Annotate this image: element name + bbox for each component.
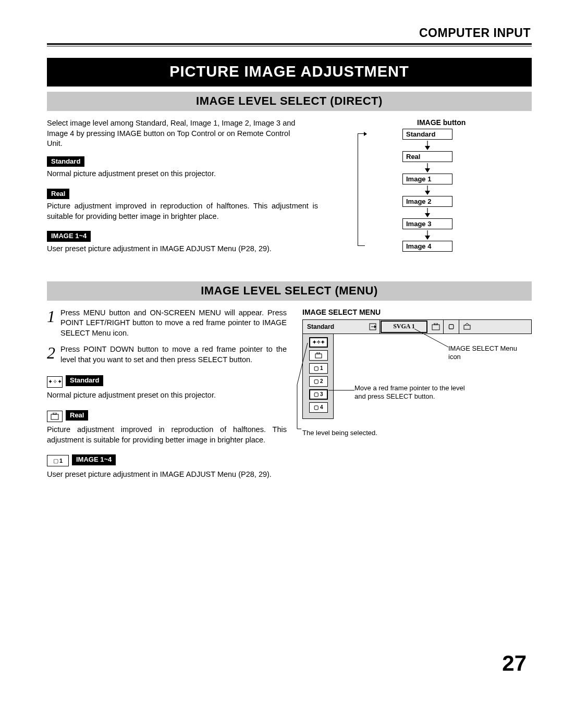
osd-title: IMAGE SELECT MENU [302,308,532,316]
svg-marker-5 [425,191,430,195]
callout-icon: IMAGE SELECT Menu icon [448,344,527,362]
svg-marker-1 [425,146,430,150]
osd-item-real [309,350,328,361]
section-header: COMPUTER INPUT [47,26,532,43]
svg-marker-7 [425,213,430,217]
menu-tag-standard: Standard [66,375,103,386]
callout-selected: The level being selected. [302,429,417,437]
desc-image14: User preset picture adjustment in IMAGE … [47,244,318,254]
osd-label: Standard [303,320,365,334]
svg-rect-16 [434,323,437,325]
real-icon [47,411,63,422]
tag-standard: Standard [47,156,84,167]
osd-diagram: Standard SVGA 1 ▢ ✦✧✦ [302,319,532,419]
tag-image14: IMAGE 1~4 [47,231,91,242]
flow-real: Real [402,151,452,162]
osd-item-4: ▢ 4 [309,402,328,413]
image-button-title: IMAGE button [417,118,532,127]
header-rule [47,43,532,46]
flow-image1: Image 1 [402,174,452,184]
flow-standard: Standard [402,129,452,140]
callout-move: Move a red frame pointer to the level an… [354,384,474,401]
standard-icon: ✦✧✦ [47,376,63,388]
step-2-text: Press POINT DOWN button to move a red fr… [60,344,287,365]
svg-rect-18 [315,354,322,358]
step-1-num: 1 [47,308,55,325]
svg-rect-11 [53,413,56,414]
menu-desc-standard: Normal picture adjustment preset on this… [47,390,287,401]
flow-image3: Image 3 [402,218,452,229]
image14-icon: ▢ 1 [47,455,69,466]
svg-rect-10 [51,414,58,419]
desc-standard: Normal picture adjustment preset on this… [47,169,318,179]
direct-intro: Select image level among Standard, Real,… [47,118,308,149]
menu-tag-real: Real [66,410,88,421]
image-button-flow: Standard Real Image 1 Image 2 Image 3 Im… [366,129,532,252]
page-title: PICTURE IMAGE ADJUSTMENT [47,58,532,87]
osd-item-1: ▢ 1 [309,363,328,374]
flow-image4: Image 4 [402,241,452,252]
menu-tag-image14: IMAGE 1~4 [72,454,116,465]
menu-desc-image14: User preset picture adjustment in IMAGE … [47,470,287,480]
step-1-text: Press MENU button and ON-SCREEN MENU wil… [60,308,287,339]
osd-item-3: ▢ 3 [309,389,328,400]
svg-line-20 [414,329,448,347]
menu-heading: IMAGE LEVEL SELECT (MENU) [47,281,532,301]
direct-heading: IMAGE LEVEL SELECT (DIRECT) [47,92,532,111]
menu-desc-real: Picture adjustment improved in reproduct… [47,425,287,445]
osd-item-standard: ✦✧✦ [309,337,328,348]
step-2-num: 2 [47,344,55,361]
flow-image2: Image 2 [402,196,452,207]
osd-item-2: ▢ 2 [309,376,328,387]
svg-rect-19 [317,352,320,354]
tag-real: Real [47,189,69,200]
svg-marker-9 [425,236,430,240]
desc-real: Picture adjustment improved in reproduct… [47,201,318,221]
svg-marker-3 [425,168,430,172]
svg-rect-17 [464,325,470,329]
page-number: 27 [502,651,527,676]
